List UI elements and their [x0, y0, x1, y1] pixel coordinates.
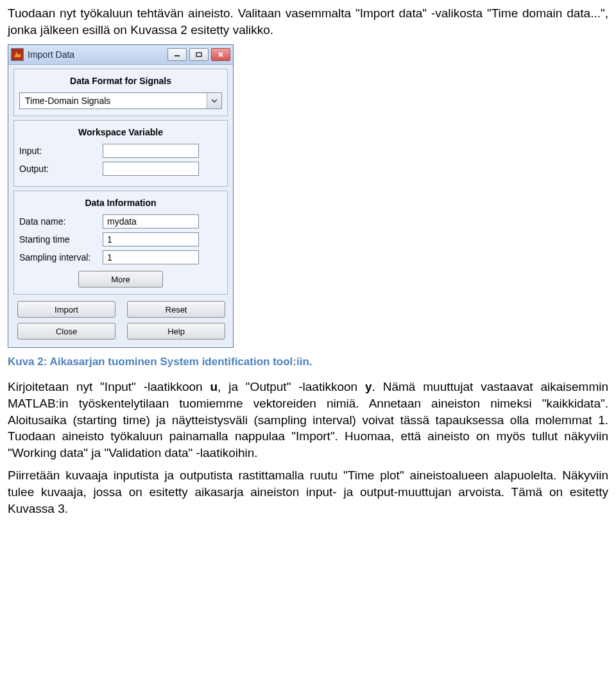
workspace-variable-panel: Workspace Variable Input: Output:: [13, 120, 228, 187]
data-info-heading: Data Information: [19, 198, 222, 208]
data-information-panel: Data Information Data name: Starting tim…: [13, 191, 228, 295]
titlebar[interactable]: Import Data: [8, 45, 233, 65]
bold-y: y: [365, 380, 372, 393]
bold-u: u: [210, 380, 218, 393]
close-button[interactable]: [211, 48, 230, 61]
text-segment: , ja "Output" -laatikkoon: [218, 380, 365, 393]
minimize-button[interactable]: [167, 48, 187, 61]
figure-caption: Kuva 2: Aikasarjan tuominen System ident…: [8, 356, 608, 368]
workspace-heading: Workspace Variable: [19, 127, 222, 137]
text-segment: Kirjoitetaan nyt "Input" -laatikkoon: [8, 380, 210, 393]
matlab-icon: [11, 48, 24, 61]
paragraph-instructions: Kirjoitetaan nyt "Input" -laatikkoon u, …: [8, 379, 608, 461]
data-format-selected: Time-Domain Signals: [20, 96, 207, 106]
paragraph-timeplot: Piirretään kuvaaja inputista ja outputis…: [8, 467, 608, 517]
reset-button[interactable]: Reset: [127, 301, 225, 318]
close-dialog-button[interactable]: Close: [17, 323, 116, 340]
starting-time-field[interactable]: [103, 232, 199, 246]
data-name-field[interactable]: [103, 214, 199, 228]
data-format-heading: Data Format for Signals: [19, 76, 222, 86]
sampling-interval-label: Sampling interval:: [19, 252, 103, 262]
help-button[interactable]: Help: [127, 323, 225, 340]
input-label: Input:: [19, 146, 103, 156]
window-title: Import Data: [28, 49, 74, 60]
data-format-dropdown[interactable]: Time-Domain Signals: [19, 92, 222, 109]
output-label: Output:: [19, 164, 103, 174]
more-button[interactable]: More: [78, 271, 163, 288]
input-field[interactable]: [103, 144, 199, 158]
chevron-down-icon: [207, 93, 221, 108]
import-data-dialog: Import Data Data Format for Signals Time…: [8, 44, 234, 348]
sampling-interval-field[interactable]: [103, 250, 199, 264]
output-field[interactable]: [103, 162, 199, 176]
data-format-panel: Data Format for Signals Time-Domain Sign…: [13, 69, 228, 116]
starting-time-label: Starting time: [19, 234, 103, 245]
data-name-label: Data name:: [19, 216, 103, 227]
maximize-button[interactable]: [189, 48, 209, 61]
intro-paragraph: Tuodaan nyt työkaluun tehtävän aineisto.…: [8, 5, 608, 38]
import-button[interactable]: Import: [17, 301, 116, 318]
svg-rect-1: [196, 53, 201, 56]
